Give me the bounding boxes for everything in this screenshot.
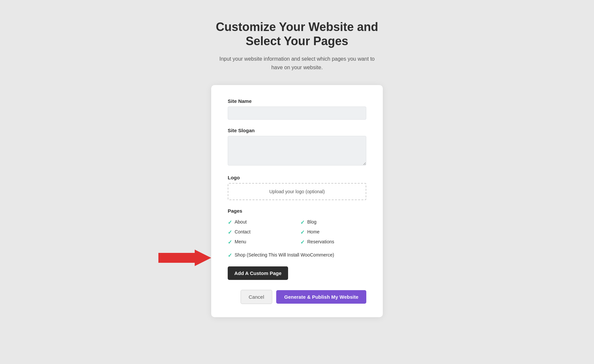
arrow-indicator: [158, 250, 211, 266]
page-item-blog[interactable]: ✓ Blog: [300, 219, 366, 226]
check-home-icon: ✓: [300, 229, 305, 235]
pages-section: Pages ✓ About ✓ Blog ✓ Contact ✓ Home: [228, 208, 366, 258]
logo-label: Logo: [228, 175, 366, 180]
check-blog-icon: ✓: [300, 219, 305, 226]
logo-upload-area[interactable]: Upload your logo (optional): [228, 183, 366, 200]
site-name-input[interactable]: [228, 106, 366, 120]
page-item-shop[interactable]: ✓ Shop (Selecting This Will Install WooC…: [228, 252, 366, 258]
site-name-label: Site Name: [228, 98, 366, 104]
page-title: Customize Your Website and Select Your P…: [216, 20, 378, 48]
site-slogan-label: Site Slogan: [228, 128, 366, 133]
page-blog-label: Blog: [307, 219, 316, 226]
action-buttons: Cancel Generate & Publish My Website: [228, 290, 366, 304]
check-about-icon: ✓: [228, 219, 232, 226]
pages-label: Pages: [228, 208, 366, 214]
add-custom-page-button[interactable]: Add A Custom Page: [228, 266, 288, 280]
page-about-label: About: [235, 219, 247, 226]
page-reservations-label: Reservations: [307, 239, 334, 245]
page-menu-label: Menu: [235, 239, 246, 245]
site-slogan-field: Site Slogan: [228, 128, 366, 167]
svg-marker-0: [158, 250, 211, 266]
page-shop-label: Shop (Selecting This Will Install WooCom…: [235, 252, 334, 258]
pages-grid: ✓ About ✓ Blog ✓ Contact ✓ Home ✓ Menu: [228, 219, 366, 245]
page-item-menu[interactable]: ✓ Menu: [228, 239, 294, 245]
cancel-button[interactable]: Cancel: [241, 290, 273, 304]
page-home-label: Home: [307, 229, 319, 235]
page-item-about[interactable]: ✓ About: [228, 219, 294, 226]
check-reservations-icon: ✓: [300, 239, 305, 245]
check-menu-icon: ✓: [228, 239, 232, 245]
form-card: Site Name Site Slogan Logo Upload your l…: [211, 85, 383, 317]
publish-button[interactable]: Generate & Publish My Website: [276, 290, 366, 304]
page-item-home[interactable]: ✓ Home: [300, 229, 366, 235]
page-item-reservations[interactable]: ✓ Reservations: [300, 239, 366, 245]
site-name-field: Site Name: [228, 98, 366, 120]
page-contact-label: Contact: [235, 229, 250, 235]
page-subtitle: Input your website information and selec…: [214, 55, 380, 72]
site-slogan-input[interactable]: [228, 136, 366, 166]
check-contact-icon: ✓: [228, 229, 232, 235]
check-shop-icon: ✓: [228, 252, 232, 258]
logo-field: Logo Upload your logo (optional): [228, 175, 366, 200]
page-item-contact[interactable]: ✓ Contact: [228, 229, 294, 235]
